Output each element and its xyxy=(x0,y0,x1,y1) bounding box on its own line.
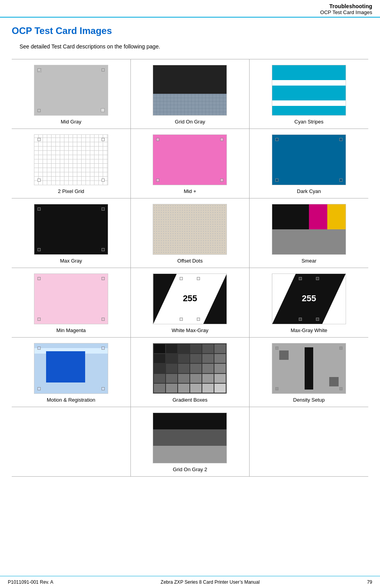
header-subtitle: OCP Test Card Images xyxy=(8,9,372,15)
smear-label: Smear xyxy=(253,258,365,264)
list-item: Mid Gray xyxy=(12,59,130,129)
list-item: Grid On Gray xyxy=(130,59,249,129)
list-item: Smear xyxy=(250,198,368,268)
footer-right: 79 xyxy=(367,579,372,585)
main-content: OCP Test Card Images See detailed Test C… xyxy=(0,18,380,484)
table-row: Mid Gray Grid On Gray Cyan Stripes xyxy=(12,59,368,129)
list-item: 255 White Max-Gray xyxy=(130,268,249,338)
cyan-stripes-label: Cyan Stripes xyxy=(253,119,365,125)
mid-plus-image xyxy=(153,134,227,185)
min-magenta-image xyxy=(34,273,108,324)
grid-on-gray2-image xyxy=(153,413,227,463)
list-item: Mid + xyxy=(130,129,249,198)
footer-center: Zebra ZXP Series 8 Card Printer User’s M… xyxy=(54,579,367,585)
list-item: Density Setup xyxy=(250,338,368,407)
density-setup-label: Density Setup xyxy=(253,397,365,403)
table-row: Max Gray Offset Dots Sm xyxy=(12,198,368,268)
2pixel-grid-image xyxy=(34,134,108,185)
mid-gray-label: Mid Gray xyxy=(15,119,127,125)
grid-on-gray2-label: Grid On Gray 2 xyxy=(134,466,246,472)
gradient-boxes-image xyxy=(153,343,227,394)
list-item xyxy=(12,407,130,477)
list-item: Cyan Stripes xyxy=(250,59,368,129)
description: See detailed Test Card descriptions on t… xyxy=(20,43,368,50)
density-setup-image xyxy=(272,343,346,394)
list-item: 2 Pixel Grid xyxy=(12,129,130,198)
list-item: Grid On Gray 2 xyxy=(130,407,249,477)
white-maxgray-image: 255 xyxy=(153,273,227,324)
2pixel-grid-label: 2 Pixel Grid xyxy=(15,188,127,194)
table-row: Motion & Registration xyxy=(12,338,368,407)
offset-dots-label: Offset Dots xyxy=(134,258,246,264)
min-magenta-label: Min Magenta xyxy=(15,327,127,333)
gradient-boxes-label: Gradient Boxes xyxy=(134,397,246,403)
mid-gray-image xyxy=(34,65,108,116)
table-row: Grid On Gray 2 xyxy=(12,407,368,477)
list-item: Min Magenta xyxy=(12,268,130,338)
list-item: Dark Cyan xyxy=(250,129,368,198)
dark-cyan-label: Dark Cyan xyxy=(253,188,365,194)
smear-image xyxy=(272,204,346,255)
motion-reg-image xyxy=(34,343,108,394)
header-title: Troubleshooting xyxy=(8,3,372,9)
footer-left: P1011091-001 Rev. A xyxy=(8,579,54,585)
maxgray-white-image: 255 xyxy=(272,273,346,324)
list-item: Motion & Registration xyxy=(12,338,130,407)
list-item: Offset Dots xyxy=(130,198,249,268)
mid-plus-label: Mid + xyxy=(134,188,246,194)
list-item: Max Gray xyxy=(12,198,130,268)
maxgray-white-label: Max-Gray White xyxy=(253,327,365,333)
list-item: Gradient Boxes xyxy=(130,338,249,407)
list-item: 255 Max-Gray White xyxy=(250,268,368,338)
max-gray-image xyxy=(34,204,108,255)
header: Troubleshooting OCP Test Card Images xyxy=(0,0,380,18)
cyan-stripes-image xyxy=(272,65,346,116)
grid-on-gray-image xyxy=(153,65,227,116)
dark-cyan-image xyxy=(272,134,346,185)
table-row: Min Magenta 255 White Max-Gray xyxy=(12,268,368,338)
footer: P1011091-001 Rev. A Zebra ZXP Series 8 C… xyxy=(0,576,380,588)
test-card-grid: Mid Gray Grid On Gray Cyan Stripes xyxy=(12,59,368,477)
table-row: 2 Pixel Grid Mid + Dark Cyan xyxy=(12,129,368,198)
grid-on-gray-label: Grid On Gray xyxy=(134,119,246,125)
motion-reg-label: Motion & Registration xyxy=(15,397,127,403)
max-gray-label: Max Gray xyxy=(15,258,127,264)
white-maxgray-label: White Max-Gray xyxy=(134,327,246,333)
offset-dots-image xyxy=(153,204,227,255)
page-title: OCP Test Card Images xyxy=(12,25,368,36)
list-item xyxy=(250,407,368,477)
